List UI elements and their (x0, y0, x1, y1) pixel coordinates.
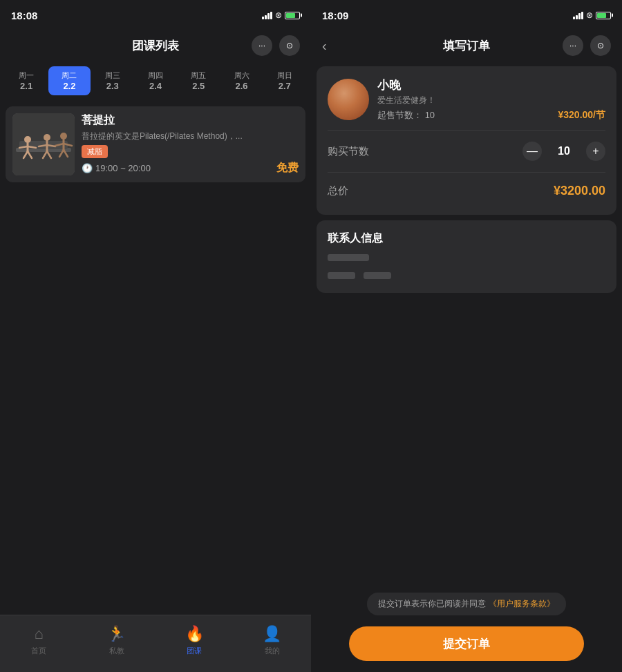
divider-2 (328, 172, 605, 173)
personal-icon: 🏃 (107, 625, 126, 643)
course-name: 菩提拉 (82, 113, 299, 128)
right-nav-title: 填写订单 (443, 38, 490, 54)
course-list: 菩提拉 普拉提的英文是Pilates(/Pilates Method)，... … (0, 101, 311, 615)
left-nav-actions: ··· ⊙ (252, 35, 300, 56)
right-record-button[interactable]: ⊙ (590, 35, 611, 56)
profile-icon: 👤 (263, 625, 281, 643)
day-tab-fri[interactable]: 周五 2.5 (178, 66, 219, 95)
contact-field-2[interactable] (328, 272, 355, 279)
nav-item-profile[interactable]: 👤 我的 (234, 625, 312, 663)
right-signal-icon (573, 12, 583, 19)
course-tags: 减脂 (82, 145, 299, 158)
right-battery-icon (596, 12, 611, 19)
contact-section-title: 联系人信息 (328, 231, 605, 246)
terms-link[interactable]: 《用户服务条款》 (489, 599, 555, 608)
course-description: 普拉提的英文是Pilates(/Pilates Method)，... (82, 131, 299, 142)
left-status-icons: ⊛ (262, 10, 300, 20)
right-nav-header: ‹ 填写订单 ··· ⊙ (311, 30, 622, 61)
day-tab-wed[interactable]: 周三 2.3 (92, 66, 133, 95)
plus-button[interactable]: + (586, 142, 605, 161)
trainer-avatar (328, 79, 369, 120)
nav-item-home[interactable]: ⌂ 首页 (0, 625, 78, 663)
day-tab-tue[interactable]: 周二 2.2 (48, 66, 90, 95)
battery-icon (285, 12, 300, 19)
terms-area: 提交订单表示你已阅读并同意 《用户服务条款》 提交订单 (311, 293, 622, 672)
course-info: 菩提拉 普拉提的英文是Pilates(/Pilates Method)，... … (82, 113, 299, 175)
order-form: 小晚 爱生活爱健身！ 起售节数： 10 ¥320.00/节 购买节数 — 10 (317, 66, 616, 215)
group-icon: 🔥 (185, 625, 204, 643)
left-panel: 18:08 ⊛ 团课列表 ··· ⊙ 周一 (0, 0, 311, 672)
day-tab-sat[interactable]: 周六 2.6 (220, 66, 262, 95)
course-thumbnail (12, 113, 75, 175)
left-time: 18:08 (11, 10, 37, 21)
nav-label-group: 团课 (187, 646, 202, 656)
total-label: 总价 (328, 184, 348, 198)
course-card[interactable]: 菩提拉 普拉提的英文是Pilates(/Pilates Method)，... … (6, 106, 305, 182)
divider-1 (328, 130, 605, 131)
home-icon: ⌂ (35, 625, 44, 643)
nav-label-personal: 私教 (109, 646, 124, 656)
right-panel: 18:09 ⊛ ‹ 填写订单 ··· ⊙ (311, 0, 622, 672)
left-nav-header: 团课列表 ··· ⊙ (0, 30, 311, 61)
contact-field-row (328, 269, 605, 282)
nav-item-group[interactable]: 🔥 团课 (156, 625, 234, 663)
right-status-icons: ⊛ (573, 10, 611, 20)
right-status-bar: 18:09 ⊛ (311, 0, 622, 30)
terms-notice: 提交订单表示你已阅读并同意 《用户服务条款》 (367, 593, 565, 615)
more-button[interactable]: ··· (252, 35, 272, 56)
right-time: 18:09 (322, 10, 348, 21)
quantity-control: — 10 + (522, 142, 605, 161)
course-time: 🕐 19:00 ~ 20:00 (82, 163, 151, 173)
nav-item-personal[interactable]: 🏃 私教 (78, 625, 156, 663)
signal-icon (262, 12, 272, 19)
bottom-nav: ⌂ 首页 🏃 私教 🔥 团课 👤 我的 (0, 615, 311, 672)
day-tab-mon[interactable]: 周一 2.1 (6, 66, 47, 95)
min-sessions-label: 起售节数： 10 (377, 109, 435, 122)
trainer-info: 小晚 爱生活爱健身！ 起售节数： 10 ¥320.00/节 (377, 77, 605, 122)
course-time-row: 🕐 19:00 ~ 20:00 免费 (82, 161, 299, 175)
submit-button[interactable]: 提交订单 (349, 626, 584, 661)
contact-field-1[interactable] (328, 254, 369, 261)
total-value: ¥3200.00 (554, 184, 605, 198)
back-button[interactable]: ‹ (322, 38, 327, 54)
wifi-icon: ⊛ (275, 10, 282, 20)
nav-label-home: 首页 (31, 646, 46, 656)
trainer-row: 小晚 爱生活爱健身！ 起售节数： 10 ¥320.00/节 (328, 77, 605, 122)
clock-icon: 🕐 (82, 163, 93, 173)
left-nav-title: 团课列表 (132, 38, 179, 54)
course-tag: 减脂 (82, 145, 108, 158)
minus-button[interactable]: — (522, 142, 542, 161)
contact-field-3[interactable] (364, 272, 391, 279)
quantity-label: 购买节数 (328, 145, 369, 158)
nav-label-profile: 我的 (265, 646, 280, 656)
right-nav-actions: ··· ⊙ (563, 35, 611, 56)
day-tab-thu[interactable]: 周四 2.4 (135, 66, 176, 95)
submit-button-label: 提交订单 (443, 636, 490, 652)
day-tab-sun[interactable]: 周日 2.7 (264, 66, 305, 95)
trainer-bio: 爱生活爱健身！ (377, 95, 605, 106)
right-more-button[interactable]: ··· (563, 35, 583, 56)
avatar-image (328, 79, 369, 120)
trainer-price-row: 起售节数： 10 ¥320.00/节 (377, 109, 605, 122)
record-button[interactable]: ⊙ (279, 35, 300, 56)
price-per-session: ¥320.00/节 (558, 109, 606, 122)
trainer-name: 小晚 (377, 77, 605, 93)
contact-section: 联系人信息 (317, 220, 616, 293)
left-status-bar: 18:08 ⊛ (0, 0, 311, 30)
quantity-row: 购买节数 — 10 + (328, 136, 605, 166)
quantity-value: 10 (556, 145, 572, 157)
right-wifi-icon: ⊛ (586, 10, 593, 20)
course-price: 免费 (276, 161, 299, 175)
day-tabs: 周一 2.1 周二 2.2 周三 2.3 周四 2.4 周五 2.5 周六 2.… (0, 61, 311, 101)
total-row: 总价 ¥3200.00 (328, 178, 605, 204)
